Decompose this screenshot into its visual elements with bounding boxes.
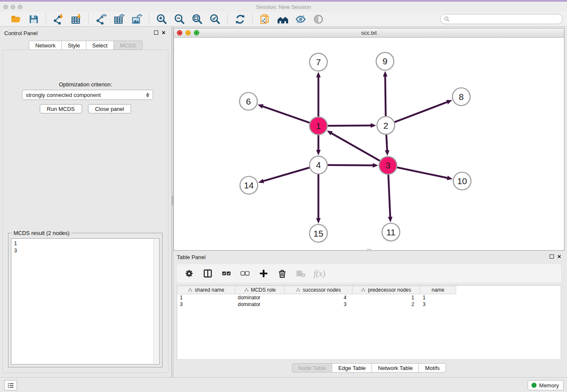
- graph-edge-4-3[interactable]: [328, 163, 378, 168]
- cell-shared-name[interactable]: 1: [177, 294, 235, 301]
- search-box[interactable]: [440, 14, 563, 24]
- tab-network-table[interactable]: Network Table: [372, 363, 419, 373]
- graph-node-15[interactable]: 15: [310, 224, 328, 242]
- graph-edge-2-9[interactable]: [383, 71, 388, 116]
- apply-layout-icon[interactable]: [234, 13, 246, 25]
- tab-mcds[interactable]: MCDS: [114, 41, 142, 50]
- network-graph[interactable]: 7968124314101511: [174, 38, 564, 250]
- mcds-result-textarea[interactable]: 13: [11, 238, 160, 364]
- graph-edge-3-11[interactable]: [388, 175, 393, 223]
- select-all-checks-icon[interactable]: [221, 268, 232, 279]
- tab-motifs[interactable]: Motifs: [419, 363, 446, 373]
- hide-selected-icon[interactable]: [294, 13, 307, 25]
- zoom-in-icon[interactable]: [155, 13, 168, 25]
- graph-edge-1-2[interactable]: [328, 123, 376, 128]
- close-panel-button[interactable]: Close panel: [88, 104, 132, 113]
- graph-node-10[interactable]: 10: [453, 172, 471, 190]
- memory-status-icon: [531, 383, 537, 388]
- graph-node-7[interactable]: 7: [310, 53, 328, 71]
- graph-node-4[interactable]: 4: [310, 156, 328, 174]
- graph-edge-4-15[interactable]: [316, 174, 321, 224]
- tab-select[interactable]: Select: [86, 41, 114, 50]
- tab-network[interactable]: Network: [29, 41, 62, 50]
- task-history-button[interactable]: [4, 380, 17, 390]
- graph-node-11[interactable]: 11: [382, 223, 400, 241]
- memory-button[interactable]: Memory: [528, 380, 564, 390]
- zoom-selected-icon[interactable]: [209, 13, 221, 25]
- network-window-titlebar[interactable]: × − + scc.txt: [174, 28, 564, 38]
- graph-edge-2-8[interactable]: [394, 100, 452, 122]
- cell-predecessor-nodes[interactable]: 1: [352, 294, 420, 301]
- clear-checks-icon[interactable]: [239, 268, 250, 279]
- graph-edge-1-4[interactable]: [316, 135, 321, 155]
- criterion-select[interactable]: strongly connected component: [22, 90, 153, 100]
- columns-icon[interactable]: [202, 268, 213, 279]
- zoom-fit-icon[interactable]: [191, 13, 204, 25]
- table-panel-float-icon[interactable]: [550, 254, 554, 259]
- mcds-panel-body: Optimization criterion: strongly connect…: [3, 50, 168, 373]
- trash-icon[interactable]: [277, 268, 288, 279]
- graph-node-8[interactable]: 8: [452, 88, 470, 106]
- gear-icon[interactable]: [184, 268, 195, 279]
- import-table-icon[interactable]: [70, 13, 83, 25]
- cell-MCDS-role[interactable]: dominator: [235, 301, 285, 308]
- control-panel: Control Panel × NetworkStyleSelectMCDS O…: [0, 27, 171, 377]
- table-panel-close-icon[interactable]: ×: [557, 254, 561, 259]
- tab-edge-table[interactable]: Edge Table: [332, 363, 372, 373]
- cell-predecessor-nodes[interactable]: 2: [352, 301, 420, 308]
- graph-edge-2-3[interactable]: [385, 135, 390, 156]
- graph-node-3[interactable]: 3: [379, 157, 397, 174]
- control-panel-close-icon[interactable]: ×: [162, 30, 165, 35]
- cell-name[interactable]: 3: [420, 301, 456, 308]
- column-header-MCDS-role[interactable]: MCDS role: [235, 286, 285, 294]
- table-row[interactable]: 3dominator323: [177, 301, 561, 308]
- tab-node-table[interactable]: Node Table: [292, 363, 333, 373]
- result-scrollbar[interactable]: [153, 239, 159, 364]
- mcds-result-title: MCDS result (2 nodes): [12, 230, 71, 236]
- control-panel-float-icon[interactable]: [154, 30, 158, 35]
- graph-edge-4-14[interactable]: [258, 168, 309, 183]
- export-image-icon[interactable]: [130, 13, 143, 25]
- export-table-icon[interactable]: [113, 13, 125, 25]
- column-header-successor-nodes[interactable]: successor nodes: [285, 286, 352, 294]
- open-folder-icon[interactable]: [9, 13, 22, 25]
- splitter-grip[interactable]: [172, 196, 173, 205]
- show-hidden-icon[interactable]: [312, 13, 325, 25]
- table-panel-title: Table Panel: [177, 254, 206, 260]
- column-header-shared-name[interactable]: shared name: [177, 286, 235, 294]
- first-neighbors-icon[interactable]: [276, 13, 289, 25]
- svg-text:15: 15: [314, 229, 323, 238]
- svg-text:2: 2: [383, 121, 388, 130]
- graph-node-2[interactable]: 2: [377, 116, 395, 134]
- cell-successor-nodes[interactable]: 3: [285, 301, 352, 308]
- mcds-result-line: 1: [14, 240, 157, 247]
- zoom-out-icon[interactable]: [173, 13, 186, 25]
- svg-text:8: 8: [459, 92, 464, 102]
- save-icon[interactable]: [27, 13, 40, 25]
- node-table: shared nameMCDS rolesuccessor nodesprede…: [177, 285, 561, 360]
- cell-successor-nodes[interactable]: 4: [285, 294, 352, 301]
- add-icon[interactable]: [258, 268, 269, 279]
- graph-node-9[interactable]: 9: [376, 52, 394, 70]
- import-network-icon[interactable]: [52, 13, 65, 25]
- graph-edge-3-10[interactable]: [397, 167, 452, 180]
- column-header-name[interactable]: name: [420, 286, 456, 294]
- graph-edge-3-1[interactable]: [327, 131, 380, 161]
- run-mcds-button[interactable]: Run MCDS: [40, 104, 82, 113]
- network-canvas[interactable]: 7968124314101511: [174, 38, 564, 250]
- tab-style[interactable]: Style: [62, 41, 86, 50]
- network-document-icon[interactable]: [259, 13, 271, 25]
- graph-node-1[interactable]: 1: [310, 117, 328, 135]
- export-network-icon[interactable]: [95, 13, 107, 25]
- cell-name[interactable]: 1: [420, 294, 456, 301]
- column-header-predecessor-nodes[interactable]: predecessor nodes: [352, 286, 420, 294]
- svg-text:9: 9: [383, 56, 388, 66]
- table-row[interactable]: 1dominator411: [177, 294, 561, 301]
- graph-node-6[interactable]: 6: [239, 92, 257, 110]
- search-input[interactable]: [450, 16, 562, 22]
- cell-MCDS-role[interactable]: dominator: [235, 294, 285, 301]
- graph-edge-1-6[interactable]: [258, 104, 310, 123]
- graph-edge-1-7[interactable]: [316, 72, 321, 117]
- cell-shared-name[interactable]: 3: [177, 301, 235, 308]
- graph-node-14[interactable]: 14: [240, 177, 258, 194]
